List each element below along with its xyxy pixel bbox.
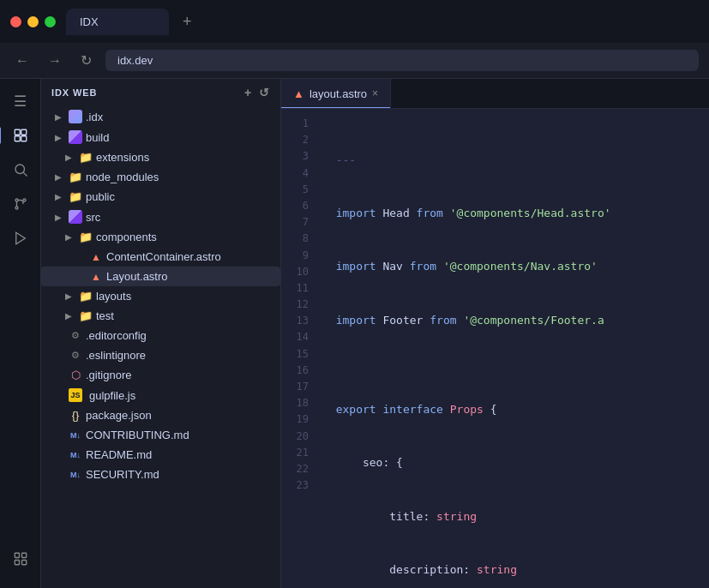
line-number: 23 xyxy=(281,477,319,494)
tree-item-security[interactable]: ▶ M↓ SECURITY.md xyxy=(41,465,280,484)
tree-label: CONTRIBUTING.md xyxy=(86,429,189,441)
line-number: 11 xyxy=(281,280,319,297)
tree-item-node-modules[interactable]: ▶ 📁 node_modules xyxy=(41,167,280,187)
tree-item-layouts[interactable]: ▶ 📁 layouts xyxy=(41,286,280,306)
forward-button[interactable]: → xyxy=(43,50,67,72)
code-line: description: string xyxy=(322,561,709,579)
chevron-right-icon: ▶ xyxy=(55,112,65,122)
explorer-icon[interactable] xyxy=(5,120,36,151)
add-file-button[interactable]: + xyxy=(244,86,252,99)
svg-rect-12 xyxy=(21,561,26,565)
url-bar[interactable] xyxy=(105,50,699,71)
browser-tab[interactable]: IDX xyxy=(66,9,169,35)
tree-item-src[interactable]: ▶ src xyxy=(41,207,280,227)
line-number: 5 xyxy=(281,182,319,198)
tree-label: test xyxy=(96,309,114,322)
search-icon[interactable] xyxy=(5,154,36,185)
main-layout: ☰ xyxy=(0,79,709,588)
svg-point-7 xyxy=(23,199,26,201)
extensions-icon[interactable] xyxy=(5,543,36,574)
line-number: 9 xyxy=(281,248,319,264)
close-traffic-light[interactable] xyxy=(10,16,21,27)
tree-item-editorconfig[interactable]: ▶ ⚙ .editorconfig xyxy=(41,326,280,345)
line-number: 18 xyxy=(281,395,319,411)
line-number: 16 xyxy=(281,363,319,379)
tree-item-content-container[interactable]: ▶ ▲ ContentContainer.astro xyxy=(41,247,280,267)
tree-label: .gitignore xyxy=(86,369,131,381)
tree-item-contributing[interactable]: ▶ M↓ CONTRIBUTING.md xyxy=(41,425,280,445)
line-number: 6 xyxy=(281,198,319,214)
source-control-icon[interactable] xyxy=(5,189,36,219)
tree-item-test[interactable]: ▶ 📁 test xyxy=(41,306,280,326)
menu-icon[interactable]: ☰ xyxy=(5,86,36,117)
line-number: 1 xyxy=(281,116,319,132)
tree-label: .eslintignore xyxy=(86,349,146,362)
chevron-right-icon: ▶ xyxy=(65,232,75,242)
folder-icon: 📁 xyxy=(79,231,93,243)
folder-icon: 📁 xyxy=(79,309,93,322)
tree-label: ContentContainer.astro xyxy=(106,250,221,263)
folder-build-icon xyxy=(69,130,82,144)
code-editor[interactable]: 1 2 3 4 5 6 7 8 9 10 11 12 13 14 15 16 1… xyxy=(281,109,709,588)
tree-label: Layout.astro xyxy=(106,270,168,283)
editor-tab-label: layout.astro xyxy=(309,87,367,100)
gitignore-file-icon: ⬡ xyxy=(69,369,82,381)
astro-file-icon: ▲ xyxy=(89,271,103,283)
line-number: 10 xyxy=(281,264,319,280)
line-number: 17 xyxy=(281,379,319,395)
svg-point-8 xyxy=(15,207,18,209)
maximize-traffic-light[interactable] xyxy=(45,16,56,27)
code-line: import Head from '@components/Head.astro… xyxy=(322,205,709,223)
editor-area: ▲ layout.astro × 1 2 3 4 5 6 7 8 9 10 11… xyxy=(281,79,709,588)
svg-marker-9 xyxy=(15,232,25,244)
svg-rect-11 xyxy=(21,553,26,557)
folder-src-icon xyxy=(69,210,82,224)
reload-button[interactable]: ↻ xyxy=(75,49,97,72)
config-file-icon: ⚙ xyxy=(69,350,82,361)
editor-tab-layout-astro[interactable]: ▲ layout.astro × xyxy=(281,79,391,108)
folder-icon: 📁 xyxy=(79,290,93,303)
tree-item-package-json[interactable]: ▶ {} package.json xyxy=(41,405,280,425)
line-number: 19 xyxy=(281,411,319,428)
tab-close-button[interactable]: × xyxy=(372,87,378,99)
tree-item-gulpfile[interactable]: ▶ JS gulpfile.js xyxy=(41,385,280,405)
tree-item-readme[interactable]: ▶ M↓ README.md xyxy=(41,445,280,465)
minimize-traffic-light[interactable] xyxy=(27,16,39,27)
tree-label: build xyxy=(86,131,109,144)
back-button[interactable]: ← xyxy=(10,50,34,72)
chevron-right-icon: ▶ xyxy=(55,192,65,201)
line-number: 2 xyxy=(281,132,319,148)
folder-idx-icon xyxy=(69,110,82,123)
tree-item-components[interactable]: ▶ 📁 components xyxy=(41,227,280,247)
activity-bar: ☰ xyxy=(0,79,41,588)
line-numbers: 1 2 3 4 5 6 7 8 9 10 11 12 13 14 15 16 1… xyxy=(281,109,319,588)
tree-label: package.json xyxy=(86,409,152,422)
tree-item-build[interactable]: ▶ build xyxy=(41,127,280,147)
chevron-right-icon: ▶ xyxy=(65,153,75,162)
code-line: import Nav from '@components/Nav.astro' xyxy=(322,258,709,276)
tree-item-idx[interactable]: ▶ .idx xyxy=(41,106,280,127)
chevron-right-icon: ▶ xyxy=(55,133,65,142)
line-number: 4 xyxy=(281,165,319,182)
run-icon[interactable] xyxy=(5,223,36,254)
svg-point-4 xyxy=(15,165,25,174)
chevron-right-icon: ▶ xyxy=(55,213,65,222)
refresh-button[interactable]: ↺ xyxy=(259,86,270,99)
svg-rect-1 xyxy=(21,129,26,135)
md-file-icon: M↓ xyxy=(69,471,82,479)
tree-label: extensions xyxy=(96,151,149,164)
json-file-icon: {} xyxy=(69,409,82,422)
line-number: 13 xyxy=(281,313,319,329)
tree-item-public[interactable]: ▶ 📁 public xyxy=(41,187,280,207)
tree-item-eslintignore[interactable]: ▶ ⚙ .eslintignore xyxy=(41,345,280,365)
tree-label: node_modules xyxy=(86,171,159,183)
md-file-icon: M↓ xyxy=(69,451,82,459)
tree-item-extensions[interactable]: ▶ 📁 extensions xyxy=(41,147,280,167)
svg-line-5 xyxy=(23,172,27,176)
tree-item-layout-astro[interactable]: ▶ ▲ Layout.astro xyxy=(41,267,280,286)
new-tab-button[interactable]: + xyxy=(176,9,199,34)
line-number: 20 xyxy=(281,429,319,445)
astro-file-icon: ▲ xyxy=(89,251,103,263)
folder-icon: 📁 xyxy=(69,171,82,183)
tree-item-gitignore[interactable]: ▶ ⬡ .gitignore xyxy=(41,365,280,385)
